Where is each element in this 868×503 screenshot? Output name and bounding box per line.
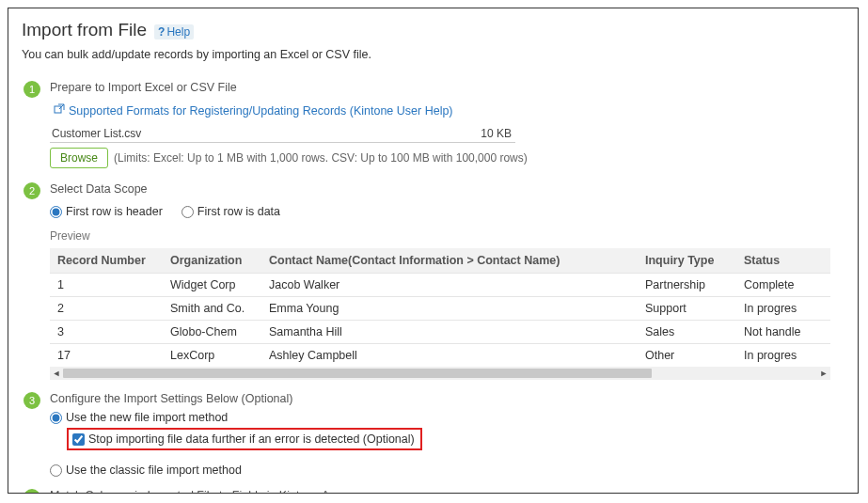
stop-on-error-option[interactable]: Stop importing file data further if an e…: [72, 432, 415, 446]
step-number-2: 2: [24, 182, 40, 199]
col-status: Status: [736, 248, 830, 274]
table-row: 1Widget CorpJacob WalkerPartnershipCompl…: [50, 274, 830, 297]
stop-on-error-label: Stop importing file data further if an e…: [88, 432, 415, 446]
step-1: 1 Prepare to Import Excel or CSV File Su…: [24, 80, 844, 168]
table-cell: 2: [50, 297, 163, 321]
radio-classic-method-label: Use the classic file import method: [66, 464, 242, 477]
table-cell: Emma Young: [261, 297, 638, 321]
table-cell: Partnership: [638, 274, 736, 297]
radio-first-row-data[interactable]: First row is data: [181, 205, 280, 218]
step-number-3: 3: [24, 392, 40, 409]
table-cell: 17: [50, 344, 163, 368]
table-cell: Other: [638, 344, 736, 368]
preview-table: Record Number Organization Contact Name(…: [50, 248, 830, 367]
step-4: 4 Match Columns in Imported File to Fiel…: [24, 488, 844, 494]
table-cell: Complete: [736, 274, 830, 297]
scroll-left-arrow-icon[interactable]: ◄: [50, 367, 63, 380]
table-cell: In progres: [736, 297, 830, 321]
horizontal-scrollbar[interactable]: ◄ ►: [50, 367, 830, 380]
step-3: 3 Configure the Import Settings Below (O…: [24, 391, 844, 479]
scroll-thumb[interactable]: [63, 369, 652, 378]
radio-data-input[interactable]: [181, 206, 194, 218]
col-record-number: Record Number: [50, 248, 163, 274]
radio-first-row-header[interactable]: First row is header: [50, 205, 163, 218]
table-cell: Widget Corp: [163, 274, 261, 297]
table-cell: Jacob Walker: [261, 274, 638, 297]
scroll-track[interactable]: [63, 367, 817, 380]
step-number-4: 4: [24, 489, 40, 494]
stop-on-error-checkbox[interactable]: [72, 433, 85, 446]
table-cell: In progres: [736, 344, 830, 368]
radio-new-method-input[interactable]: [50, 412, 62, 424]
step-4-label: Match Columns in Imported File to Fields…: [50, 489, 844, 494]
page-title: Import from File: [22, 20, 147, 40]
supported-formats-link[interactable]: Supported Formats for Registering/Updati…: [69, 104, 453, 118]
col-organization: Organization: [163, 248, 261, 274]
import-page: Import from File ? Help You can bulk add…: [8, 8, 859, 494]
table-row: 3Globo-ChemSamantha HillSalesNot handle: [50, 321, 830, 344]
file-name: Customer List.csv: [52, 127, 141, 140]
table-cell: Sales: [638, 321, 736, 344]
col-contact-name: Contact Name(Contact Information > Conta…: [261, 248, 638, 274]
preview-table-wrap: Record Number Organization Contact Name(…: [50, 248, 830, 380]
radio-new-method-label: Use the new file import method: [66, 411, 228, 424]
step-3-label: Configure the Import Settings Below (Opt…: [50, 392, 844, 405]
stop-on-error-highlight: Stop importing file data further if an e…: [67, 428, 422, 450]
title-row: Import from File ? Help: [22, 20, 844, 40]
step-number-1: 1: [24, 81, 40, 98]
help-link[interactable]: ? Help: [154, 24, 194, 39]
preview-label: Preview: [50, 229, 844, 243]
table-cell: Samantha Hill: [261, 321, 638, 344]
radio-header-input[interactable]: [50, 206, 62, 218]
radio-new-import-method[interactable]: Use the new file import method: [50, 411, 844, 424]
step-2: 2 Select Data Scope First row is header …: [24, 181, 844, 380]
step-2-label: Select Data Scope: [50, 182, 844, 196]
table-cell: 3: [50, 321, 163, 344]
help-icon: ?: [158, 25, 165, 39]
table-cell: Smith and Co.: [163, 297, 261, 321]
table-cell: 1: [50, 274, 163, 297]
table-cell: Ashley Campbell: [261, 344, 638, 368]
svg-rect-0: [55, 106, 61, 113]
table-cell: Globo-Chem: [163, 321, 261, 344]
steps-container: 1 Prepare to Import Excel or CSV File Su…: [24, 80, 844, 494]
col-inquiry-type: Inquiry Type: [638, 248, 736, 274]
radio-classic-method-input[interactable]: [50, 464, 62, 477]
table-cell: Not handle: [736, 321, 830, 344]
subtitle-text: You can bulk add/update records by impor…: [22, 48, 844, 61]
external-link-icon: [54, 103, 65, 118]
file-size: 10 KB: [481, 127, 512, 140]
radio-header-label: First row is header: [66, 205, 163, 218]
table-cell: LexCorp: [163, 344, 261, 368]
radio-classic-import-method[interactable]: Use the classic file import method: [50, 464, 844, 477]
scroll-right-arrow-icon[interactable]: ►: [817, 367, 830, 380]
help-text: Help: [166, 25, 190, 39]
step-1-label: Prepare to Import Excel or CSV File: [50, 81, 844, 94]
browse-button[interactable]: Browse: [50, 148, 108, 168]
radio-data-label: First row is data: [197, 205, 280, 218]
file-limits-text: (Limits: Excel: Up to 1 MB with 1,000 ro…: [114, 151, 528, 165]
table-cell: Support: [638, 297, 736, 321]
table-header-row: Record Number Organization Contact Name(…: [50, 248, 830, 274]
selected-file-row: Customer List.csv 10 KB: [50, 127, 515, 143]
table-row: 17LexCorpAshley CampbellOtherIn progres: [50, 344, 830, 368]
table-row: 2Smith and Co.Emma YoungSupportIn progre…: [50, 297, 830, 321]
